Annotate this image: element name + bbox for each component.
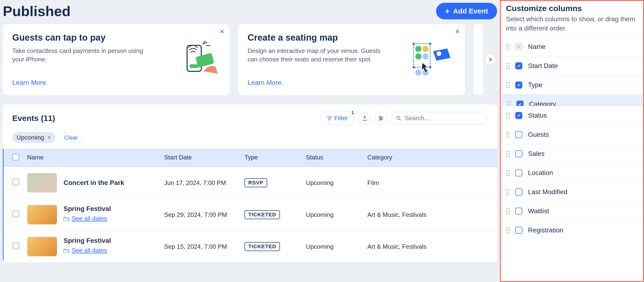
column-item[interactable]: Registration bbox=[501, 220, 643, 240]
column-item[interactable]: Name bbox=[501, 37, 643, 56]
drag-handle-icon[interactable] bbox=[506, 44, 510, 50]
status-cell: Upcoming bbox=[306, 243, 367, 250]
drag-handle-icon[interactable] bbox=[506, 228, 510, 233]
add-event-button[interactable]: + Add Event bbox=[436, 3, 497, 19]
column-label: Guests bbox=[528, 131, 549, 138]
folder-icon bbox=[64, 248, 69, 253]
column-checkbox[interactable] bbox=[515, 131, 522, 138]
column-list: Name Start Date Type Category Status Gue… bbox=[501, 37, 643, 240]
select-all-checkbox[interactable] bbox=[12, 154, 19, 160]
row-checkbox[interactable] bbox=[12, 211, 19, 217]
svg-point-12 bbox=[415, 70, 422, 76]
svg-rect-5 bbox=[429, 43, 431, 45]
promo-card-tap-to-pay: ✕ Guests can tap to pay Take contactless… bbox=[3, 24, 230, 95]
column-item[interactable]: Last Modified bbox=[501, 182, 643, 202]
column-item[interactable]: Location bbox=[501, 163, 643, 182]
settings-button[interactable] bbox=[375, 112, 387, 124]
drag-handle-icon[interactable] bbox=[506, 132, 510, 138]
name-cell: Spring Festival See all dates bbox=[27, 205, 164, 224]
filter-icon bbox=[327, 116, 332, 121]
column-header-status[interactable]: Status bbox=[306, 154, 367, 162]
export-button[interactable] bbox=[358, 112, 371, 124]
column-checkbox[interactable] bbox=[515, 150, 522, 157]
add-event-label: Add Event bbox=[453, 7, 488, 15]
column-checkbox[interactable] bbox=[515, 62, 522, 70]
close-icon[interactable]: ✕ bbox=[220, 28, 224, 35]
drag-handle-icon[interactable] bbox=[506, 189, 510, 195]
column-item[interactable]: Sales bbox=[501, 144, 643, 163]
active-filters: Upcoming ✕ Clear bbox=[3, 132, 497, 149]
events-header: Events (11) Filter 1 bbox=[3, 104, 497, 132]
search-input[interactable] bbox=[405, 114, 482, 122]
table-row[interactable]: Spring Festival See all dates Sep 29, 20… bbox=[4, 199, 497, 231]
page-title: Published bbox=[3, 3, 71, 19]
column-checkbox bbox=[515, 43, 522, 50]
upload-icon bbox=[362, 116, 368, 121]
svg-rect-6 bbox=[413, 66, 414, 68]
column-label: Status bbox=[528, 112, 547, 119]
category-cell: Art & Music, Festivals bbox=[367, 243, 497, 250]
svg-point-10 bbox=[415, 54, 422, 60]
select-all-header bbox=[4, 154, 27, 162]
svg-point-9 bbox=[422, 46, 428, 52]
category-cell: Film bbox=[367, 179, 497, 186]
carousel-next-button[interactable] bbox=[485, 54, 496, 65]
page-header: Published + Add Event bbox=[3, 3, 497, 24]
clear-filters-button[interactable]: Clear bbox=[59, 133, 83, 143]
start-date-cell: Jun 17, 2024, 7:00 PM bbox=[164, 179, 244, 186]
column-item[interactable]: Start Date bbox=[501, 56, 643, 75]
promo-cards-row: ✕ Guests can tap to pay Take contactless… bbox=[3, 24, 497, 95]
type-badge: TICKETED bbox=[244, 242, 280, 251]
column-item[interactable]: Guests bbox=[501, 125, 643, 144]
column-checkbox[interactable] bbox=[515, 208, 522, 215]
table-header-row: Name Start Date Type Status Category bbox=[4, 149, 497, 167]
event-name: Spring Festival bbox=[64, 237, 111, 244]
column-checkbox[interactable] bbox=[515, 82, 522, 88]
search-field[interactable] bbox=[391, 112, 488, 124]
column-checkbox[interactable] bbox=[515, 169, 522, 176]
column-checkbox[interactable] bbox=[515, 227, 522, 234]
see-all-dates-label: See all dates bbox=[72, 215, 107, 222]
svg-point-15 bbox=[380, 116, 380, 118]
filter-chip-upcoming: Upcoming ✕ bbox=[12, 132, 56, 143]
name-stack: Spring Festival See all dates bbox=[64, 237, 111, 254]
column-header-type[interactable]: Type bbox=[244, 154, 306, 162]
remove-chip-icon[interactable]: ✕ bbox=[47, 134, 51, 141]
row-checkbox[interactable] bbox=[12, 242, 19, 249]
card-title: Create a seating map bbox=[248, 32, 408, 43]
promo-card-next bbox=[474, 24, 483, 95]
drag-handle-icon[interactable] bbox=[506, 113, 510, 118]
column-header-name[interactable]: Name bbox=[27, 154, 164, 162]
seating-map-illustration bbox=[408, 32, 456, 86]
events-section: Events (11) Filter 1 bbox=[3, 104, 497, 263]
filter-count-badge: 1 bbox=[350, 110, 356, 116]
filter-button[interactable]: Filter 1 bbox=[320, 112, 355, 125]
table-row[interactable]: Spring Festival See all dates Sep 15, 20… bbox=[4, 231, 497, 263]
event-name: Concert in the Park bbox=[64, 179, 124, 186]
learn-more-link[interactable]: Learn More bbox=[248, 79, 408, 86]
row-checkbox[interactable] bbox=[12, 179, 19, 186]
name-cell: Spring Festival See all dates bbox=[27, 237, 164, 256]
column-header-category[interactable]: Category bbox=[367, 154, 497, 162]
drag-handle-icon[interactable] bbox=[506, 63, 510, 69]
column-checkbox[interactable] bbox=[515, 112, 522, 119]
close-icon[interactable]: ✕ bbox=[455, 28, 460, 35]
table-row[interactable]: Concert in the Park Jun 17, 2024, 7:00 P… bbox=[4, 167, 497, 199]
column-item[interactable]: Waitlist bbox=[501, 202, 643, 220]
svg-rect-4 bbox=[413, 43, 414, 45]
see-all-dates-link[interactable]: See all dates bbox=[64, 215, 111, 222]
see-all-dates-link[interactable]: See all dates bbox=[64, 247, 111, 254]
learn-more-link[interactable]: Learn More bbox=[12, 79, 173, 86]
svg-point-17 bbox=[380, 119, 381, 120]
column-header-start-date[interactable]: Start Date bbox=[164, 154, 244, 162]
drag-handle-icon[interactable] bbox=[506, 170, 510, 176]
event-thumbnail bbox=[27, 173, 57, 192]
column-checkbox[interactable] bbox=[515, 188, 522, 196]
drag-handle-icon[interactable] bbox=[506, 151, 510, 157]
events-title: Events (11) bbox=[12, 114, 55, 123]
drag-handle-icon[interactable] bbox=[506, 208, 510, 214]
drag-handle-icon[interactable] bbox=[506, 82, 510, 88]
type-badge: TICKETED bbox=[244, 210, 280, 219]
column-item[interactable]: Status bbox=[501, 106, 643, 125]
column-item[interactable]: Type bbox=[501, 75, 643, 94]
